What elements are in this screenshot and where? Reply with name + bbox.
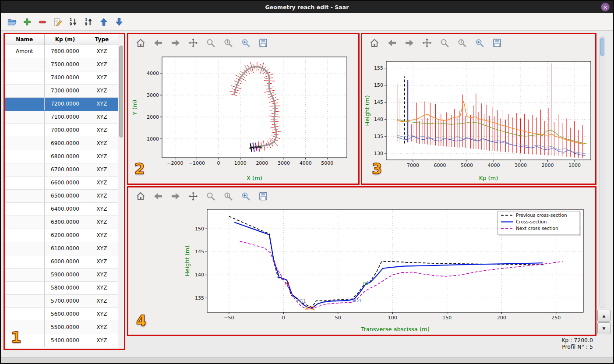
zoom-select-icon: i: [223, 191, 233, 201]
remove-button[interactable]: [37, 16, 48, 28]
long-profile-plot-area: 7000600050004000300020001000130135140145…: [362, 52, 595, 184]
sort-up-button[interactable]: 19: [83, 16, 94, 28]
cross-section-plot[interactable]: −50050100150200250135140145150rgrdFG1AX1…: [128, 205, 595, 335]
zoom-select-button[interactable]: i: [222, 37, 234, 49]
table-row[interactable]: 7300.0000XYZ: [5, 84, 118, 97]
cell-kp: 6000.0000: [44, 255, 86, 268]
zoom-button[interactable]: [438, 37, 450, 49]
cell-kp: 5700.0000: [44, 294, 86, 307]
zoom-fit-button[interactable]: [240, 191, 251, 202]
open-button[interactable]: [6, 16, 18, 28]
pan-button[interactable]: [187, 37, 199, 49]
zoom-button[interactable]: [205, 191, 216, 202]
cell-kp: 5400.0000: [44, 334, 86, 347]
table-row[interactable]: 7400.0000XYZ: [5, 71, 118, 84]
status-kp: Kp : 7200.0: [561, 337, 593, 343]
table-row[interactable]: 6100.0000XYZ: [5, 242, 118, 255]
close-button[interactable]: ×: [601, 3, 610, 11]
table-row[interactable]: 6700.0000XYZ: [5, 163, 118, 176]
cell-name: Amont: [5, 45, 44, 58]
svg-text:135: 135: [195, 295, 204, 301]
table-scrollbar-thumb[interactable]: [119, 46, 123, 138]
table-row[interactable]: 6500.0000XYZ: [5, 189, 118, 202]
table-scrollbar[interactable]: [118, 34, 124, 349]
vertical-scrollbar-thumb[interactable]: [600, 38, 604, 56]
column-header-name[interactable]: Name: [5, 34, 44, 45]
add-button[interactable]: [21, 16, 33, 28]
move-down-button[interactable]: [113, 16, 125, 28]
table-row[interactable]: 6800.0000XYZ: [5, 150, 118, 163]
table-row[interactable]: 6600.0000XYZ: [5, 176, 118, 189]
svg-text:1: 1: [85, 18, 88, 22]
table-row[interactable]: Amont7600.0000XYZ: [5, 45, 118, 58]
edit-icon: [53, 17, 63, 27]
back-button[interactable]: [152, 37, 164, 49]
plan-view-plot[interactable]: −2000−1000010002000300040005000100020003…: [128, 52, 358, 184]
table-row[interactable]: 5600.0000XYZ: [5, 307, 118, 321]
table-row[interactable]: 6200.0000XYZ: [5, 229, 118, 242]
zoom-fit-button[interactable]: [473, 37, 485, 49]
cell-name: [5, 97, 44, 110]
pan-button[interactable]: [187, 191, 199, 202]
back-icon: [153, 38, 163, 48]
svg-text:Cross-section: Cross-section: [516, 219, 547, 224]
profiles-table: NameKp (m)Type Amont7600.0000XYZ7500.000…: [5, 34, 118, 349]
svg-text:140: 140: [374, 117, 383, 122]
annotation-3: 3: [372, 160, 382, 177]
table-row[interactable]: 7200.0000XYZ: [5, 97, 118, 110]
table-row[interactable]: 6900.0000XYZ: [5, 137, 118, 150]
edit-button[interactable]: [52, 16, 64, 28]
home-button[interactable]: [134, 37, 146, 49]
table-row[interactable]: 5900.0000XYZ: [5, 268, 118, 281]
cell-type: XYZ: [86, 97, 118, 110]
forward-icon: [170, 191, 181, 201]
zoom-fit-button[interactable]: [240, 37, 251, 49]
home-button[interactable]: [368, 37, 380, 49]
zoom-select-icon: i: [457, 38, 467, 48]
table-row[interactable]: 6000.0000XYZ: [5, 255, 118, 268]
vertical-scrollbar[interactable]: [599, 36, 605, 308]
svg-text:FD1: FD1: [352, 298, 362, 304]
open-folder-icon: [7, 17, 17, 27]
svg-text:1000: 1000: [234, 160, 247, 166]
forward-button[interactable]: [169, 37, 181, 49]
scroll-up-button[interactable]: ▲: [597, 310, 610, 322]
sort-down-button[interactable]: 19: [67, 16, 79, 28]
svg-text:3000: 3000: [278, 160, 290, 166]
home-button[interactable]: [134, 191, 146, 202]
column-header-type[interactable]: Type: [86, 34, 118, 45]
pan-button[interactable]: [421, 37, 433, 49]
back-icon: [387, 38, 397, 48]
table-row[interactable]: 6400.0000XYZ: [5, 202, 118, 216]
cell-type: XYZ: [86, 137, 118, 150]
table-row[interactable]: 5400.0000XYZ: [5, 334, 118, 347]
zoom-button[interactable]: [205, 37, 216, 49]
table-row[interactable]: 5800.0000XYZ: [5, 281, 118, 294]
long-profile-plot[interactable]: 7000600050004000300020001000130135140145…: [362, 52, 595, 184]
save-button[interactable]: [257, 191, 269, 202]
zoom-select-button[interactable]: i: [222, 191, 234, 202]
move-up-button[interactable]: [98, 16, 109, 28]
svg-text:AX1: AX1: [305, 305, 315, 311]
zoom-select-button[interactable]: i: [456, 37, 468, 49]
table-row[interactable]: 6300.0000XYZ: [5, 216, 118, 229]
table-row[interactable]: 7100.0000XYZ: [5, 110, 118, 124]
forward-button[interactable]: [403, 37, 415, 49]
column-header-kp-m[interactable]: Kp (m): [44, 34, 86, 45]
save-button[interactable]: [491, 37, 503, 49]
save-button[interactable]: [257, 37, 269, 49]
cell-name: [5, 268, 44, 281]
table-row[interactable]: 7000.0000XYZ: [5, 124, 118, 137]
cell-name: [5, 255, 44, 268]
status-profil: Profil N° : 5: [561, 343, 593, 350]
cell-type: XYZ: [86, 294, 118, 307]
back-button[interactable]: [386, 37, 398, 49]
svg-text:155: 155: [374, 65, 383, 71]
table-row[interactable]: 5700.0000XYZ: [5, 294, 118, 307]
scroll-down-button[interactable]: ▼: [597, 322, 610, 334]
back-button[interactable]: [152, 191, 164, 202]
svg-text:Y (m): Y (m): [131, 100, 138, 116]
forward-button[interactable]: [169, 191, 181, 202]
table-row[interactable]: 7500.0000XYZ: [5, 58, 118, 71]
table-row[interactable]: 5500.0000XYZ: [5, 321, 118, 334]
